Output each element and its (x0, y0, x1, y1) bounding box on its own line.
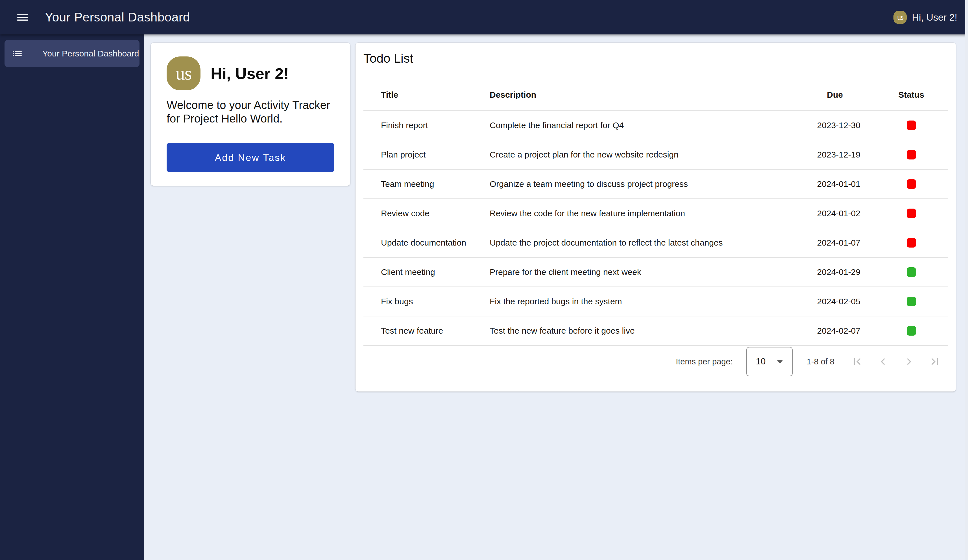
cell-title: Review code (363, 209, 490, 218)
table-row: Update documentation Update the project … (363, 229, 948, 258)
status-chip-red (907, 121, 916, 130)
status-chip-green (907, 297, 916, 306)
table-row: Client meeting Prepare for the client me… (363, 258, 948, 287)
cell-description: Prepare for the client meeting next week (490, 267, 776, 277)
cell-due: 2024-01-01 (776, 179, 875, 189)
table-paginator: Items per page: 10 1-8 of 8 (363, 346, 948, 378)
first-page-icon (850, 355, 864, 368)
cell-due: 2024-01-29 (776, 267, 875, 277)
welcome-card: us Hi, User 2! Welcome to your Activity … (151, 43, 350, 186)
cell-title: Fix bugs (363, 297, 490, 306)
cell-status (875, 267, 948, 277)
page-size-select[interactable]: 10 (746, 347, 792, 376)
cell-due: 2024-02-07 (776, 326, 875, 336)
cell-due: 2023-12-19 (776, 150, 875, 159)
page-range-label: 1-8 of 8 (807, 357, 834, 366)
cell-title: Update documentation (363, 238, 490, 247)
welcome-message-line-1: Welcome to your Activity Tracker (167, 98, 334, 112)
table-row: Fix bugs Fix the reported bugs in the sy… (363, 287, 948, 316)
cell-due: 2023-12-30 (776, 121, 875, 130)
cell-description: Update the project documentation to refl… (490, 238, 776, 247)
cell-title: Client meeting (363, 267, 490, 277)
table-row: Plan project Create a project plan for t… (363, 140, 948, 170)
cell-due: 2024-01-02 (776, 209, 875, 218)
cell-title: Test new feature (363, 326, 490, 336)
user-avatar: us (893, 11, 907, 24)
sidebar-item-dashboard[interactable]: Your Personal Dashboard (5, 40, 139, 67)
first-page-button[interactable] (844, 349, 870, 374)
last-page-icon (928, 355, 942, 368)
welcome-heading: Hi, User 2! (211, 65, 289, 83)
sidebar-nav: Your Personal Dashboard (0, 35, 144, 560)
cell-title: Team meeting (363, 179, 490, 189)
status-chip-red (907, 238, 916, 247)
top-app-bar: Your Personal Dashboard us Hi, User 2! (0, 0, 968, 35)
cell-status (875, 297, 948, 306)
app-title: Your Personal Dashboard (45, 10, 190, 24)
cell-status (875, 326, 948, 336)
last-page-button[interactable] (922, 349, 948, 374)
status-chip-red (907, 179, 916, 189)
todo-list-title: Todo List (363, 51, 948, 66)
cell-description: Test the new feature before it goes live (490, 326, 776, 336)
status-chip-red (907, 150, 916, 159)
cell-status (875, 121, 948, 130)
welcome-message: Welcome to your Activity Tracker for Pro… (167, 98, 334, 125)
next-page-icon (902, 355, 916, 368)
cell-title: Finish report (363, 121, 490, 130)
caret-down-icon (777, 360, 783, 364)
status-chip-green (907, 326, 916, 336)
status-chip-red (907, 209, 916, 218)
table-row: Review code Review the code for the new … (363, 199, 948, 229)
cell-description: Create a project plan for the new websit… (490, 150, 776, 159)
add-new-task-button[interactable]: Add New Task (167, 143, 334, 172)
status-chip-green (907, 267, 916, 277)
column-header-status: Status (875, 90, 948, 99)
main-content: us Hi, User 2! Welcome to your Activity … (144, 35, 968, 560)
next-page-button[interactable] (896, 349, 922, 374)
user-avatar-large: us (167, 56, 201, 90)
table-row: Team meeting Organize a team meeting to … (363, 170, 948, 199)
column-header-due: Due (776, 90, 875, 99)
cell-description: Fix the reported bugs in the system (490, 297, 776, 306)
cell-due: 2024-02-05 (776, 297, 875, 306)
cell-status (875, 238, 948, 247)
cell-status (875, 150, 948, 159)
previous-page-icon (876, 355, 890, 368)
cell-title: Plan project (363, 150, 490, 159)
topbar-greeting: Hi, User 2! (912, 12, 957, 23)
hamburger-menu-button[interactable] (14, 8, 31, 26)
page-size-value: 10 (756, 356, 766, 367)
todo-table: Title Description Due Status Finish repo… (363, 66, 948, 346)
cell-due: 2024-01-07 (776, 238, 875, 247)
todo-table-body: Finish report Complete the financial rep… (363, 111, 948, 346)
list-icon (11, 48, 23, 60)
table-row: Test new feature Test the new feature be… (363, 316, 948, 346)
sidebar-item-label: Your Personal Dashboard (42, 49, 139, 58)
table-row: Finish report Complete the financial rep… (363, 111, 948, 140)
cell-description: Organize a team meeting to discuss proje… (490, 179, 776, 189)
user-menu[interactable]: us Hi, User 2! (893, 11, 957, 24)
todo-table-header-row: Title Description Due Status (363, 66, 948, 111)
cell-description: Review the code for the new feature impl… (490, 209, 776, 218)
cell-status (875, 209, 948, 218)
todo-list-card: Todo List Title Description Due Status F… (356, 43, 956, 391)
cell-status (875, 179, 948, 189)
column-header-description: Description (490, 90, 776, 99)
cell-description: Complete the financial report for Q4 (490, 121, 776, 130)
items-per-page-label: Items per page: (676, 357, 733, 366)
hamburger-icon (15, 10, 30, 24)
page-scrollbar[interactable] (965, 0, 968, 560)
welcome-message-line-2: for Project Hello World. (167, 112, 334, 125)
column-header-title: Title (363, 90, 490, 99)
previous-page-button[interactable] (870, 349, 896, 374)
welcome-card-header: us Hi, User 2! (167, 56, 334, 90)
